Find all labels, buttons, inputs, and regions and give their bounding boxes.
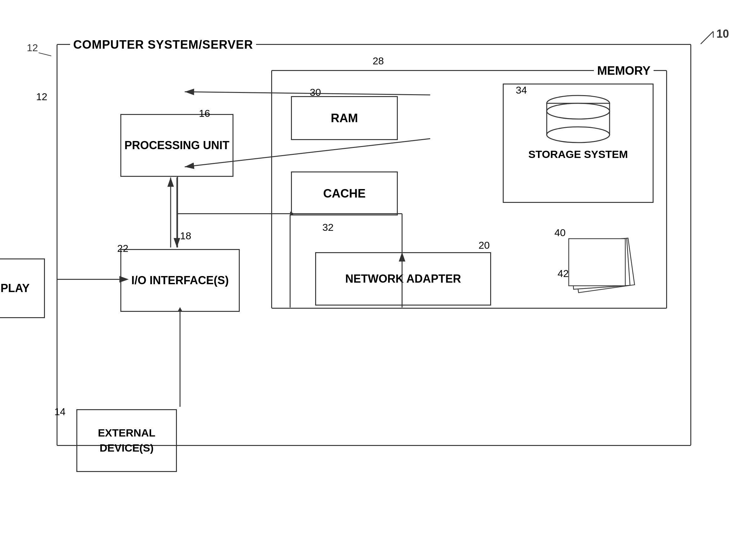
ref-10-label: 10: [716, 27, 729, 40]
display-label: DISPLAY: [0, 282, 29, 295]
ref-18: 18: [180, 230, 191, 242]
memory-label: MEMORY: [594, 64, 653, 78]
main-system-label: COMPUTER SYSTEM/SERVER: [70, 38, 256, 52]
cache-box: CACHE: [291, 172, 398, 215]
external-device-label: EXTERNAL DEVICE(S): [77, 426, 176, 455]
ref-40: 40: [554, 227, 565, 239]
network-adapter-box: NETWORK ADAPTER: [315, 252, 491, 306]
ref-12-text: 12: [27, 42, 38, 53]
svg-point-5: [547, 103, 609, 119]
ref-12-outer: 12: [36, 91, 47, 103]
processing-unit-label: PROCESSING UNIT: [124, 138, 229, 153]
ref-12-svg: 12: [7, 39, 58, 58]
ref-32: 32: [322, 222, 334, 233]
cache-label: CACHE: [323, 187, 366, 200]
svg-point-4: [547, 127, 609, 143]
files-icon: [559, 232, 653, 295]
svg-line-9: [39, 53, 51, 56]
ref-42: 42: [557, 268, 569, 279]
display-box: DISPLAY: [0, 259, 45, 318]
storage-cylinder-icon: [544, 94, 613, 144]
io-interface-label: I/O INTERFACE(S): [131, 272, 229, 288]
ref-20: 20: [478, 240, 490, 251]
ref-34: 34: [515, 84, 527, 96]
external-device-box: EXTERNAL DEVICE(S): [76, 409, 177, 472]
svg-rect-8: [569, 239, 625, 286]
ram-label: RAM: [331, 111, 358, 125]
processing-unit-box: PROCESSING UNIT: [120, 114, 234, 177]
io-interface-box: I/O INTERFACE(S): [120, 249, 240, 312]
ref-28: 28: [373, 55, 384, 67]
ref-22: 22: [117, 243, 128, 254]
ram-box: RAM: [291, 96, 398, 140]
main-system-box: COMPUTER SYSTEM/SERVER MEMORY 28 RAM 30 …: [57, 44, 691, 446]
ref-16: 16: [199, 108, 210, 119]
storage-label: STORAGE SYSTEM: [528, 147, 628, 161]
ref-30: 30: [310, 87, 321, 98]
network-adapter-label: NETWORK ADAPTER: [345, 271, 461, 287]
storage-area: 34 STORAGE SYSTEM: [503, 84, 653, 203]
files-area: [559, 232, 653, 295]
svg-line-0: [701, 31, 713, 44]
ref-14: 14: [54, 406, 66, 418]
